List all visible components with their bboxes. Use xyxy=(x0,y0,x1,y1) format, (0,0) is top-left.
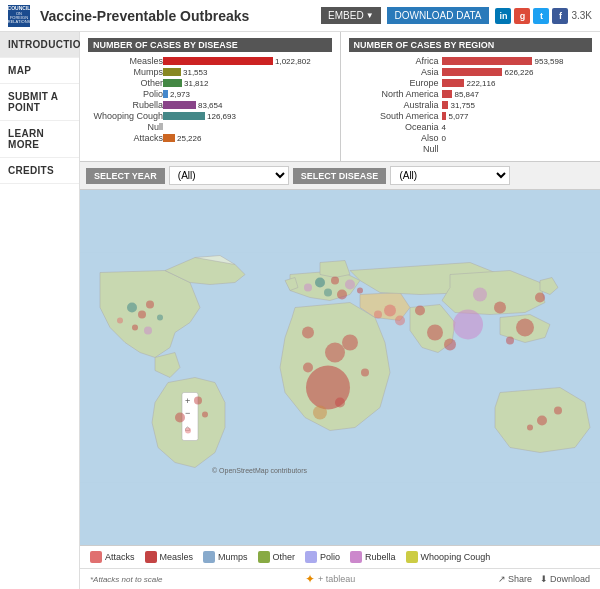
south-america-bar xyxy=(442,112,446,120)
svg-point-39 xyxy=(185,428,191,434)
sidebar-item-introduction[interactable]: Introduction xyxy=(0,32,79,58)
share-button[interactable]: ↗ Share xyxy=(498,574,532,584)
measles-dot xyxy=(145,551,157,563)
polio-bar xyxy=(163,90,168,98)
world-map: © OpenStreetMap contributors + − ⌂ xyxy=(80,190,600,545)
svg-text:© OpenStreetMap contributors: © OpenStreetMap contributors xyxy=(212,467,308,475)
download-data-button[interactable]: DOWNLOAD DATA xyxy=(387,7,490,24)
svg-point-27 xyxy=(337,290,347,300)
australia-bar xyxy=(442,101,448,109)
legend-polio: Polio xyxy=(305,551,340,563)
legend-row: Attacks Measles Mumps Other Polio xyxy=(80,545,600,568)
svg-point-29 xyxy=(304,284,312,292)
google-icon[interactable]: g xyxy=(514,8,530,24)
sidebar-item-submit[interactable]: Submit a Point xyxy=(0,84,79,121)
footer: *Attacks not to scale ✦ + tableau ↗ Shar… xyxy=(80,568,600,589)
svg-text:+: + xyxy=(185,396,190,406)
svg-point-8 xyxy=(302,327,314,339)
footer-actions: ↗ Share ⬇ Download xyxy=(498,574,590,584)
sidebar: Introduction Map Submit a Point Learn Mo… xyxy=(0,32,80,589)
disease-null: Null xyxy=(88,122,332,132)
europe-bar xyxy=(442,79,464,87)
region-stats-title: NUMBER OF CASES BY REGION xyxy=(349,38,593,52)
disease-other: Other 31,812 xyxy=(88,78,332,88)
legend-mumps: Mumps xyxy=(203,551,248,563)
svg-point-22 xyxy=(506,337,514,345)
svg-point-23 xyxy=(315,278,325,288)
svg-point-18 xyxy=(535,293,545,303)
svg-point-7 xyxy=(325,343,345,363)
svg-point-31 xyxy=(138,311,146,319)
legend-other: Other xyxy=(258,551,296,563)
sidebar-item-map[interactable]: Map xyxy=(0,58,79,84)
mumps-bar xyxy=(163,68,181,76)
svg-point-26 xyxy=(324,289,332,297)
svg-point-21 xyxy=(444,339,456,351)
twitter-icon[interactable]: t xyxy=(533,8,549,24)
svg-point-32 xyxy=(117,318,123,324)
sidebar-item-learn[interactable]: Learn More xyxy=(0,121,79,158)
attacks-dot xyxy=(90,551,102,563)
legend-measles: Measles xyxy=(145,551,194,563)
region-europe: Europe 222,116 xyxy=(349,78,593,88)
svg-point-35 xyxy=(132,325,138,331)
region-australia: Australia 31,755 xyxy=(349,100,593,110)
year-label: SELECT YEAR xyxy=(86,168,165,184)
other-bar xyxy=(163,79,182,87)
region-south-america: South America 5,077 xyxy=(349,111,593,121)
map-container[interactable]: © OpenStreetMap contributors + − ⌂ xyxy=(80,190,600,545)
svg-point-13 xyxy=(303,363,313,373)
year-select[interactable]: (All) xyxy=(169,166,289,185)
linkedin-icon[interactable]: in xyxy=(495,8,511,24)
region-north-america: North America 85,847 xyxy=(349,89,593,99)
svg-point-11 xyxy=(335,398,345,408)
whooping-dot xyxy=(406,551,418,563)
svg-point-37 xyxy=(175,413,185,423)
download-button[interactable]: ⬇ Download xyxy=(540,574,590,584)
svg-point-9 xyxy=(342,335,358,351)
region-null: Null xyxy=(349,144,593,154)
sidebar-item-credits[interactable]: Credits xyxy=(0,158,79,184)
rubella-bar xyxy=(163,101,196,109)
disease-rubella: Rubella 83,654 xyxy=(88,100,332,110)
svg-point-25 xyxy=(345,280,355,290)
year-control: SELECT YEAR (All) xyxy=(86,166,289,185)
svg-point-20 xyxy=(415,306,425,316)
other-dot xyxy=(258,551,270,563)
disease-control: SELECT DISEASE (All) xyxy=(293,166,511,185)
svg-point-41 xyxy=(384,305,396,317)
svg-point-10 xyxy=(313,406,327,420)
measles-bar xyxy=(163,57,273,65)
svg-point-16 xyxy=(494,302,506,314)
region-asia: Asia 626,226 xyxy=(349,67,593,77)
social-icons: in g t f 3.3K xyxy=(495,8,592,24)
region-oceania: Oceania 4 xyxy=(349,122,593,132)
svg-point-30 xyxy=(127,303,137,313)
legend-attacks: Attacks xyxy=(90,551,135,563)
disease-whooping: Whooping Cough 126,693 xyxy=(88,111,332,121)
svg-point-34 xyxy=(157,315,163,321)
region-africa: Africa 953,598 xyxy=(349,56,593,66)
disease-select[interactable]: (All) xyxy=(390,166,510,185)
rubella-dot xyxy=(350,551,362,563)
svg-point-44 xyxy=(537,416,547,426)
svg-point-38 xyxy=(194,397,202,405)
svg-point-36 xyxy=(144,327,152,335)
page-title: Vaccine-Preventable Outbreaks xyxy=(40,8,321,24)
region-also: Also 0 xyxy=(349,133,593,143)
facebook-icon[interactable]: f xyxy=(552,8,568,24)
svg-point-12 xyxy=(361,369,369,377)
svg-point-14 xyxy=(453,310,483,340)
svg-point-17 xyxy=(516,319,534,337)
embed-button[interactable]: EMBED ▼ xyxy=(321,7,380,24)
polio-dot xyxy=(305,551,317,563)
disease-label: SELECT DISEASE xyxy=(293,168,387,184)
africa-bar xyxy=(442,57,532,65)
attacks-bar xyxy=(163,134,175,142)
disease-stats-panel: NUMBER OF CASES BY DISEASE Measles 1,022… xyxy=(80,32,341,161)
svg-point-43 xyxy=(395,316,405,326)
social-count: 3.3K xyxy=(571,10,592,21)
disease-stats-title: NUMBER OF CASES BY DISEASE xyxy=(88,38,332,52)
region-stats-panel: NUMBER OF CASES BY REGION Africa 953,598… xyxy=(341,32,601,161)
svg-point-19 xyxy=(473,288,487,302)
